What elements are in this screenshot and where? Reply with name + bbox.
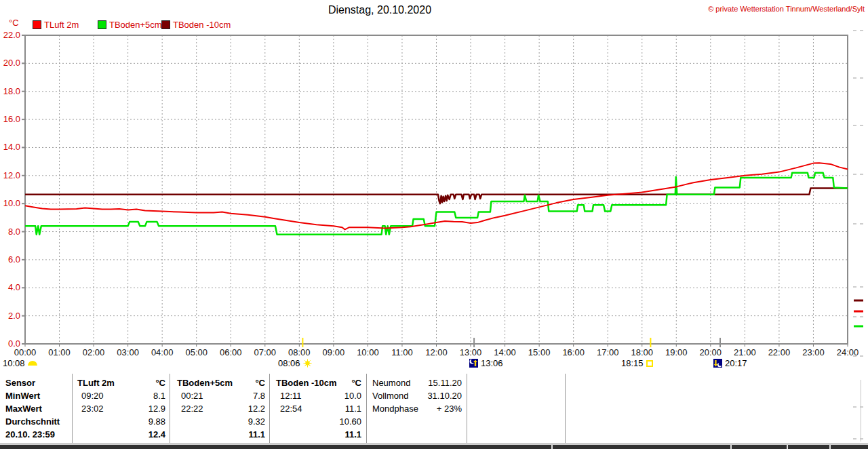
weather-chart-page: 0.02.04.06.08.010.012.014.016.018.020.02… (0, 0, 868, 449)
sensor3-max-value: 11.1 (345, 404, 361, 414)
x-tick-label: 05:00 (185, 347, 208, 357)
x-tick-label: 09:00 (323, 347, 345, 357)
daylight-icon (28, 361, 37, 366)
x-tick-label: 00:00 (14, 347, 37, 357)
y-tick-label: 2.0 (8, 311, 20, 321)
x-tick-label: 02:00 (83, 347, 105, 357)
y-tick-label: 8.0 (8, 227, 20, 237)
sensor2-max-time: 22:22 (181, 404, 203, 414)
sunset-sun-icon (646, 360, 653, 367)
sensor2-max-value: 12.2 (248, 404, 265, 414)
sensor2-min-time: 00:21 (181, 391, 203, 401)
y-tick-label: 10.0 (3, 198, 20, 208)
sensor2-avg: 9.32 (181, 416, 265, 427)
sensor2-min-value: 7.8 (253, 391, 265, 401)
sensor3-avg: 10.60 (280, 416, 361, 427)
x-tick-label: 04:00 (151, 347, 174, 357)
sensor1-max-time: 23:02 (81, 404, 104, 414)
table-bottom-border (0, 443, 868, 444)
legend-label: TBoden+5cm (109, 20, 162, 30)
neumond-value: 15.11.20 (428, 378, 462, 388)
table-header-sensor: Sensor (5, 377, 70, 388)
page-title: Dienstag, 20.10.2020 (328, 4, 431, 16)
x-tick-label: 08:00 (288, 347, 311, 357)
sensor1-min: 09:20 8.1 (81, 390, 165, 401)
x-tick-label: 22:00 (768, 347, 791, 357)
table-divider (565, 374, 566, 443)
y-tick-label: 6.0 (8, 254, 20, 265)
x-tick-label: 10:00 (357, 347, 379, 357)
sensor3-header: TBoden -10cm °C (276, 377, 361, 388)
y-tick-label: 16.0 (3, 114, 20, 124)
moonrise-time: 13:06 (481, 358, 503, 368)
attribution-text: © private Wetterstation Tinnum/Westerlan… (708, 5, 865, 13)
neumond-row: Neumond 15.11.20 (372, 377, 462, 388)
sensor3-current-value: 11.1 (344, 429, 361, 440)
sensor1-name: TLuft 2m (77, 378, 115, 388)
sunrise-time: 08:06 (278, 358, 300, 368)
y-tick-label: 14.0 (3, 142, 20, 152)
mondphase-value: + 23% (437, 404, 462, 414)
sensor3-min-time: 12:11 (280, 391, 302, 401)
statusbar-divider (551, 445, 553, 449)
day-length-annotation: 10:08 (3, 358, 37, 368)
table-row-label-minwert: MinWert (5, 390, 70, 401)
sensor1-avg: 9.88 (81, 416, 165, 427)
y-axis-unit-label: °C (9, 18, 19, 28)
x-tick-label: 07:00 (254, 347, 277, 357)
statusbar-divider (829, 445, 831, 449)
legend-swatch-green (98, 20, 106, 29)
sensor1-max-value: 12.9 (149, 404, 165, 414)
moonset-icon (713, 359, 722, 368)
sensor1-header: TLuft 2m °C (77, 377, 165, 388)
y-tick-label: 22.0 (3, 30, 20, 40)
x-tick-label: 17:00 (597, 347, 619, 357)
sensor3-min: 12:11 10.0 (280, 390, 361, 401)
y-tick-label: 18.0 (3, 86, 20, 96)
legend-item-tboden10: TBoden -10cm (161, 20, 231, 30)
mondphase-row: Mondphase + 23% (372, 403, 462, 414)
table-row-label-current: 20.10. 23:59 (5, 429, 73, 440)
sensor3-unit: °C (351, 378, 361, 388)
mondphase-label: Mondphase (372, 404, 418, 414)
sensor2-min: 00:21 7.8 (181, 390, 265, 401)
sensor1-current: 12.4 (81, 429, 165, 440)
table-row-label-maxwert: MaxWert (5, 403, 70, 414)
x-tick-label: 21:00 (734, 347, 756, 357)
y-tick-label: 20.0 (3, 58, 20, 68)
table-divider (170, 374, 170, 443)
vollmond-label: Vollmond (372, 391, 408, 401)
legend-swatch-red (33, 20, 41, 29)
y-tick-label: 12.0 (3, 170, 20, 180)
next-panel-divider (861, 380, 861, 442)
sensor3-current: 11.1 (280, 429, 361, 440)
legend-item-tluft: TLuft 2m (33, 20, 79, 30)
sensor1-min-value: 8.1 (153, 391, 165, 401)
vollmond-row: Vollmond 31.10.20 (372, 390, 462, 401)
y-tick-label: 4.0 (8, 282, 20, 292)
x-tick-label: 20:00 (700, 347, 722, 357)
sensor1-current-value: 12.4 (149, 429, 165, 440)
x-tick-label: 18:00 (631, 347, 653, 357)
sensor1-min-time: 09:20 (81, 391, 104, 401)
sensor2-header: TBoden+5cm °C (177, 377, 265, 388)
moonrise-annotation: 13:06 (469, 358, 503, 368)
sensor2-name: TBoden+5cm (177, 378, 233, 388)
sunrise-annotation: 08:06 (278, 358, 312, 368)
sunset-annotation: 18:15 (621, 358, 653, 368)
sensor2-current: 11.1 (181, 429, 265, 440)
x-tick-label: 03:00 (117, 347, 139, 357)
table-divider (269, 374, 270, 443)
legend-label: TLuft 2m (44, 20, 79, 30)
day-length-value: 10:08 (3, 358, 25, 368)
status-bar (0, 444, 868, 449)
vollmond-value: 31.10.20 (427, 391, 462, 401)
x-tick-label: 19:00 (665, 347, 688, 357)
moonrise-icon (469, 359, 478, 368)
legend-item-tboden5: TBoden+5cm (98, 20, 162, 30)
sensor2-current-value: 11.1 (248, 429, 265, 440)
sensor2-unit: °C (255, 378, 265, 388)
legend-label: TBoden -10cm (173, 20, 231, 30)
sensor3-name: TBoden -10cm (276, 378, 337, 388)
x-tick-label: 14:00 (494, 347, 516, 357)
